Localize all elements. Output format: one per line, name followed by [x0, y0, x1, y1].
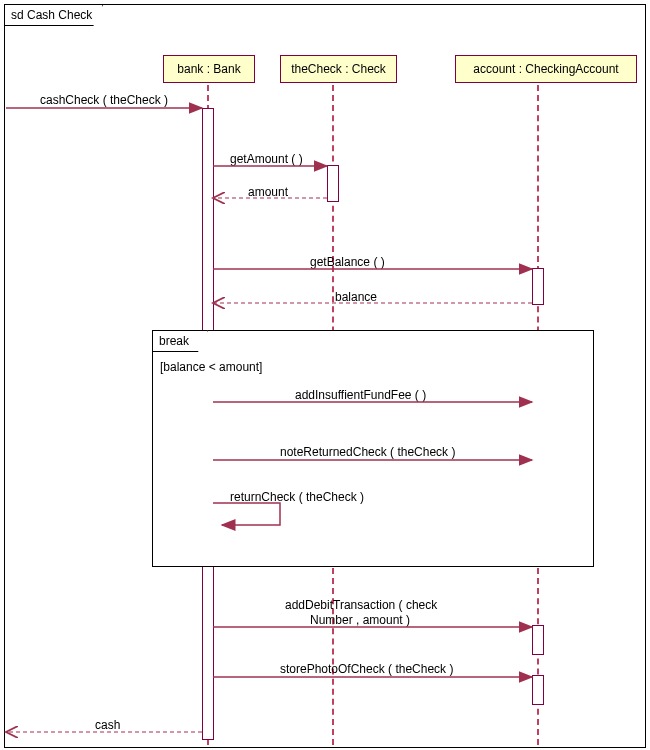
activation-account-storephoto: [532, 675, 544, 705]
msg-storephoto: storePhotoOfCheck ( theCheck ): [280, 662, 453, 676]
lifeline-head-check: theCheck : Check: [280, 55, 397, 83]
activation-account-getbalance: [532, 268, 544, 305]
msg-adddebit-line2: Number , amount ): [310, 613, 410, 627]
msg-adddebit-line1: addDebitTransaction ( check: [285, 598, 437, 612]
activation-check-getamount: [327, 165, 339, 202]
msg-cashcheck: cashCheck ( theCheck ): [40, 93, 168, 107]
sd-frame-title: sd Cash Check: [4, 4, 103, 26]
msg-getbalance: getBalance ( ): [310, 255, 385, 269]
lifeline-head-account: account : CheckingAccount: [455, 55, 637, 83]
break-fragment-operator: break: [152, 330, 208, 352]
msg-getamount: getAmount ( ): [230, 152, 303, 166]
lifeline-head-bank: bank : Bank: [163, 55, 255, 83]
msg-returncheck: returnCheck ( theCheck ): [230, 490, 364, 504]
msg-cash-return: cash: [95, 718, 120, 732]
activation-account-adddebit: [532, 625, 544, 655]
msg-amount-return: amount: [248, 185, 288, 199]
msg-notereturned: noteReturnedCheck ( theCheck ): [280, 445, 455, 459]
msg-balance-return: balance: [335, 290, 377, 304]
break-guard: [balance < amount]: [160, 360, 262, 374]
msg-addfee: addInsuffientFundFee ( ): [295, 388, 426, 402]
